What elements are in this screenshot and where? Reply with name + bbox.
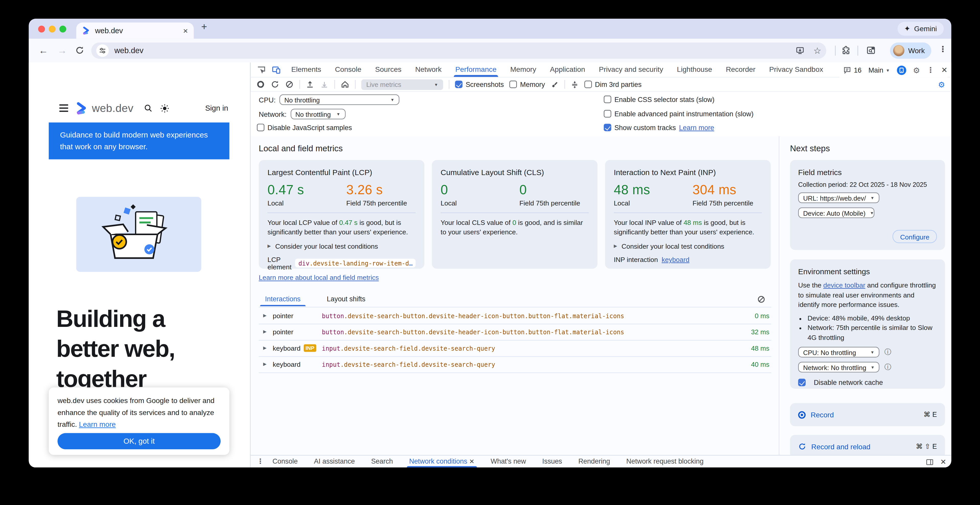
site-search-icon[interactable] [143,104,152,113]
triangle-expander-icon[interactable]: ▶ [263,329,266,335]
interaction-row[interactable]: ▶ pointer button.devsite-search-button.d… [259,307,771,324]
forward-icon[interactable]: → [57,45,67,56]
extensions-icon[interactable] [841,46,851,55]
close-tab-icon[interactable]: ✕ [183,27,188,34]
devtools-settings-gear-icon[interactable]: ⚙ [913,65,920,75]
home-icon[interactable] [341,80,349,89]
custom-tracks-learn-more-link[interactable]: Learn more [679,124,714,131]
show-custom-tracks-checkbox[interactable]: Show custom tracks Learn more [604,124,714,131]
tab-performance[interactable]: Performance [448,63,503,77]
screenshots-checkbox[interactable]: Screenshots [455,81,504,88]
env-cpu-select[interactable]: CPU: No throttling▼ [798,347,880,357]
drawer-tab-ai-assistance[interactable]: AI assistance [314,455,355,467]
cookie-learn-more-link[interactable]: Learn more [79,421,116,428]
maximize-window-button[interactable] [59,25,66,32]
lcp-consider-expander[interactable]: ▶ Consider your local test conditions [267,243,416,250]
theme-toggle-sun-icon[interactable] [160,103,169,113]
gc-brush-icon[interactable] [550,80,559,89]
sign-in-link[interactable]: Sign in [205,104,228,113]
tab-elements[interactable]: Elements [285,63,328,77]
clear-log-icon[interactable] [757,295,765,303]
record-icon[interactable] [256,80,265,89]
site-settings-icon[interactable] [96,44,109,57]
perf-settings-gear-icon[interactable]: ⚙ [938,80,945,89]
devtools-close-icon[interactable]: ✕ [941,66,948,75]
browser-tab[interactable]: web.dev ✕ [76,22,194,39]
record-reload-icon[interactable] [271,80,279,89]
drawer-tab-search[interactable]: Search [371,455,393,467]
field-url-select[interactable]: URL: https://web.dev/▼ [798,192,880,203]
tab-interactions[interactable]: Interactions [259,294,307,306]
webdev-logo-icon[interactable] [75,102,88,114]
drawer-tab-network-request-blocking[interactable]: Network request blocking [626,455,703,467]
triangle-expander-icon[interactable]: ▶ [263,362,266,367]
tab-application[interactable]: Application [543,63,592,77]
tab-console[interactable]: Console [328,63,368,77]
tab-network[interactable]: Network [409,63,449,77]
minimize-window-button[interactable] [49,25,56,32]
new-tab-button[interactable]: + [201,21,207,32]
main-context-dropdown[interactable]: Main▼ [868,66,890,74]
field-device-select[interactable]: Device: Auto (Mobile)▼ [798,208,875,218]
close-drawer-icon[interactable]: ✕ [940,457,946,466]
site-brand[interactable]: web.dev [92,102,134,114]
cookie-ok-button[interactable]: OK, got it [57,433,221,449]
lcp-element-chip[interactable]: div.devsite-landing-row-item-d… [295,259,416,267]
metrics-learn-more-link[interactable]: Learn more about local and field metrics [259,274,379,281]
interaction-row[interactable]: ▶ pointer button.devsite-search-button.d… [259,324,771,341]
bookmark-star-icon[interactable]: ☆ [813,46,821,55]
record-and-reload-button[interactable]: Record and reload ⌘ ⇧ E [790,435,945,455]
tab-privacy-security[interactable]: Privacy and security [592,63,670,77]
advanced-paint-checkbox[interactable]: Enable advanced paint instrumentation (s… [604,110,754,117]
address-bar[interactable]: web.dev ☆ [91,43,826,59]
disable-js-samples-checkbox[interactable]: Disable JavaScript samples [257,124,352,131]
url-text[interactable]: web.dev [114,46,143,55]
tab-privacy-sandbox[interactable]: Privacy Sandbox [762,63,830,77]
inspect-element-icon[interactable] [257,65,266,74]
clear-icon[interactable] [285,80,294,89]
env-network-select[interactable]: Network: No throttling▼ [798,362,880,373]
load-profile-icon[interactable] [306,80,314,89]
device-mode-badge-icon[interactable] [897,65,906,75]
toggle-sidebar-icon[interactable] [926,458,934,466]
interaction-row[interactable]: ▶ keyboard input.devsite-search-field.de… [259,356,771,373]
configure-button[interactable]: Configure [892,230,937,243]
drawer-menu-kebab-icon[interactable]: ⋮ [257,457,264,466]
device-toolbar-icon[interactable] [272,65,281,74]
install-icon[interactable] [796,46,805,55]
hamburger-menu-icon[interactable] [59,102,68,114]
profile-chip[interactable]: Work [890,43,931,59]
drawer-tab-issues[interactable]: Issues [542,455,562,467]
triangle-expander-icon[interactable]: ▶ [263,313,266,318]
memory-checkbox[interactable]: Memory [509,81,545,88]
tab-memory[interactable]: Memory [503,63,543,77]
tab-layout-shifts[interactable]: Layout shifts [321,294,372,306]
drawer-tab-rendering[interactable]: Rendering [578,455,610,467]
cpu-throttling-select[interactable]: No throttling▼ [279,94,399,105]
css-selector-stats-checkbox[interactable]: Enable CSS selector stats (slow) [604,95,714,103]
issues-counter[interactable]: 16 [843,66,862,74]
dim-3rd-parties-checkbox[interactable]: Dim 3rd parties [584,81,641,88]
disable-network-cache-checkbox[interactable]: Disable network cache [798,379,937,386]
back-icon[interactable]: ← [39,45,48,56]
drawer-tab-console[interactable]: Console [272,455,298,467]
tab-sources[interactable]: Sources [368,63,409,77]
side-panel-search-icon[interactable] [866,46,876,55]
network-throttling-select[interactable]: No throttling▼ [290,109,345,119]
record-button[interactable]: Record ⌘ E [790,403,945,426]
browser-menu-kebab-icon[interactable]: ⋮ [939,44,947,54]
devtools-menu-kebab-icon[interactable]: ⋮ [927,66,934,75]
save-profile-icon[interactable] [320,80,329,89]
inp-interaction-link[interactable]: keyboard [662,256,690,263]
interaction-row[interactable]: ▶ keyboard INP input.devsite-search-fiel… [259,340,771,357]
drawer-tab-whats-new[interactable]: What's new [491,455,526,467]
collapse-icon[interactable] [571,80,579,89]
tab-recorder[interactable]: Recorder [719,63,762,77]
gemini-button[interactable]: ✦ Gemini [897,22,944,36]
reload-icon[interactable] [75,46,84,55]
triangle-expander-icon[interactable]: ▶ [263,346,266,351]
device-toolbar-link[interactable]: device toolbar [823,281,865,289]
tab-lighthouse[interactable]: Lighthouse [670,63,719,77]
inp-consider-expander[interactable]: ▶ Consider your local test conditions [614,243,762,250]
close-window-button[interactable] [38,25,45,32]
